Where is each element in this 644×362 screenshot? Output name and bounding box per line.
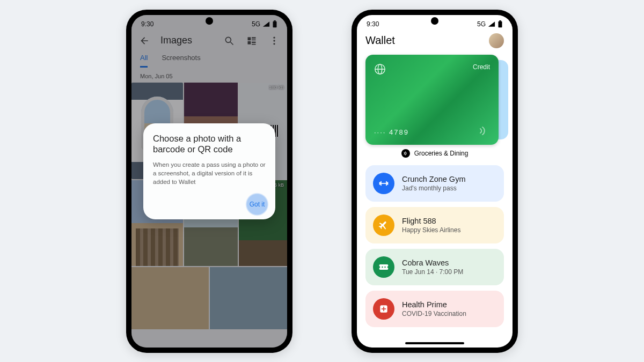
svg-rect-13 <box>499 21 502 27</box>
info-dialog: Choose a photo with a barcode or QR code… <box>143 123 275 220</box>
payment-card-stack[interactable]: Credit ···· 4789 <box>365 55 504 145</box>
health-icon <box>373 298 394 320</box>
card-caption-text: Groceries & Dining <box>414 150 469 157</box>
dialog-confirm-button[interactable]: Got it <box>245 193 269 216</box>
pass-list: Crunch Zone Gym Jad's monthly pass Fligh… <box>357 165 513 327</box>
pass-title: Health Prime <box>402 300 466 309</box>
phone-right: 9:30 5G Wallet Credit ···· 4789 <box>352 10 518 353</box>
profile-avatar[interactable] <box>489 33 504 48</box>
pass-item-event[interactable]: Cobra Waves Tue Jun 14 · 7:00 PM <box>365 249 504 285</box>
card-caption: Groceries & Dining <box>357 149 513 158</box>
app-header: Wallet <box>357 30 513 53</box>
pass-subtitle: Happy Skies Airlines <box>402 226 460 234</box>
svg-point-24 <box>384 266 386 268</box>
card-type: Credit <box>473 63 490 71</box>
battery-icon <box>497 20 503 28</box>
pass-item-gym[interactable]: Crunch Zone Gym Jad's monthly pass <box>365 165 504 202</box>
pass-item-health[interactable]: Health Prime COVID-19 Vaccination <box>365 291 504 327</box>
dialog-body: When you create a pass using a photo or … <box>153 160 266 186</box>
pass-subtitle: Tue Jun 14 · 7:00 PM <box>402 268 463 276</box>
pass-title: Flight 588 <box>402 217 460 225</box>
card-number: ···· 4789 <box>374 128 409 136</box>
svg-rect-21 <box>380 181 382 185</box>
svg-rect-19 <box>387 182 389 184</box>
signal-icon <box>488 21 495 27</box>
globe-icon <box>374 63 386 75</box>
status-time: 9:30 <box>367 20 379 28</box>
pass-subtitle: Jad's monthly pass <box>402 184 465 192</box>
screen-wallet-app: 9:30 5G Wallet Credit ···· 4789 <box>357 15 513 348</box>
svg-rect-14 <box>499 20 501 21</box>
status-network: 5G <box>477 20 486 28</box>
gesture-nav-bar[interactable] <box>405 342 464 344</box>
svg-point-23 <box>382 266 383 268</box>
pass-item-flight[interactable]: Flight 588 Happy Skies Airlines <box>365 207 504 243</box>
dumbbell-icon <box>373 173 394 194</box>
plane-icon <box>373 215 394 236</box>
page-title: Wallet <box>365 34 395 47</box>
svg-rect-20 <box>381 183 386 184</box>
camera-notch <box>206 17 213 25</box>
svg-rect-22 <box>386 181 387 185</box>
screen-images-app: 9:30 5G Images All Screensho <box>131 15 287 348</box>
pass-subtitle: COVID-19 Vaccination <box>402 310 466 317</box>
svg-rect-27 <box>382 308 386 309</box>
pass-title: Crunch Zone Gym <box>402 175 465 183</box>
ticket-icon <box>373 256 394 278</box>
dialog-title: Choose a photo with a barcode or QR code <box>153 133 266 155</box>
nfc-icon <box>401 149 410 158</box>
phone-left: 9:30 5G Images All Screensho <box>126 10 292 353</box>
pass-title: Cobra Waves <box>402 258 463 267</box>
camera-notch <box>431 17 438 25</box>
contactless-icon <box>477 124 490 137</box>
card-primary[interactable]: Credit ···· 4789 <box>365 55 499 145</box>
svg-rect-18 <box>379 182 381 184</box>
